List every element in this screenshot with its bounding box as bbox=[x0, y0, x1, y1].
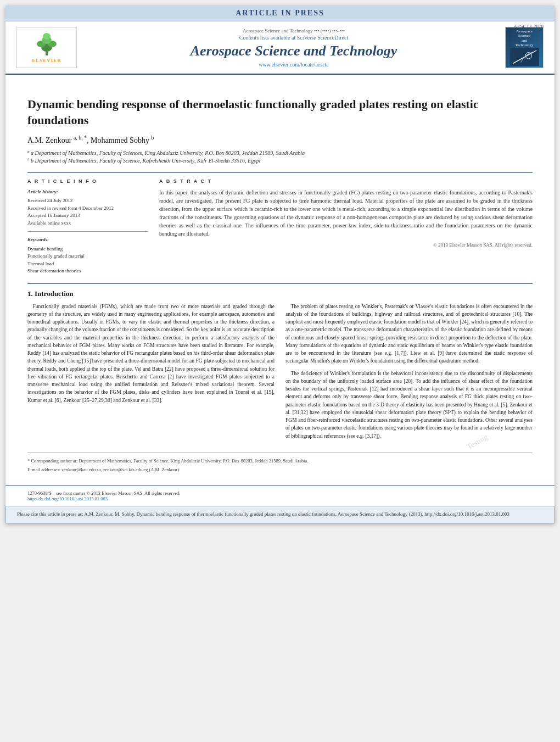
email-addresses: zenkour@kau.edu.sa, zenkour@sci.kfs.edu.… bbox=[61, 467, 180, 472]
keyword-4: Shear deformation theories bbox=[27, 267, 148, 275]
abstract-col: A B S T R A C T In this paper, the analy… bbox=[159, 178, 533, 275]
aip-banner-text: ARTICLE IN PRESS bbox=[236, 9, 324, 17]
journal-url: www.elsevier.com/locate/aescte bbox=[82, 62, 505, 68]
left-para-1: Functionally graded materials (FGMs), wh… bbox=[27, 303, 275, 404]
svg-point-5 bbox=[43, 33, 51, 40]
email-label: E-mail addresses: bbox=[27, 467, 60, 472]
journal-url-link[interactable]: www.elsevier.com/locate/aescte bbox=[259, 62, 329, 68]
article-info-heading: A R T I C L E I N F O bbox=[27, 178, 148, 184]
section-divider bbox=[27, 283, 533, 284]
ast-logo-text: Aerospace Science and Technology bbox=[516, 29, 534, 48]
affil-a: a a Department of Mathematics, Faculty o… bbox=[27, 149, 533, 156]
body-columns: Functionally graded materials (FGMs), wh… bbox=[27, 303, 533, 444]
author-names: A.M. Zenkour a, b, *, Mohammed Sobhy b bbox=[27, 136, 154, 144]
received-date: Received 24 July 2012 bbox=[27, 197, 148, 205]
journal-citation: Aerospace Science and Technology ••• (••… bbox=[82, 28, 505, 34]
abstract-heading: A B S T R A C T bbox=[159, 178, 533, 184]
aip-banner: ARTICLE IN PRESS bbox=[5, 5, 555, 21]
doi-link[interactable]: http://dx.doi.org/10.1016/j.ast.2013.01.… bbox=[27, 496, 108, 501]
article-title: Dynamic bending response of thermoelasti… bbox=[27, 97, 533, 128]
revised-date: Received in revised form 4 December 2012 bbox=[27, 205, 148, 213]
body-left-col: Functionally graded materials (FGMs), wh… bbox=[27, 303, 275, 444]
doi-line: http://dx.doi.org/10.1016/j.ast.2013.01.… bbox=[27, 496, 533, 501]
bottom-bar: 1270-9638/$ – see front matter © 2013 El… bbox=[5, 486, 555, 506]
footnote-corresponding: * Corresponding author at: Department of… bbox=[27, 458, 533, 465]
issn-line: 1270-9638/$ – see front matter © 2013 El… bbox=[27, 490, 533, 496]
keyword-2: Functionally graded material bbox=[27, 253, 148, 260]
affil-b: b b Department of Mathematics, Faculty o… bbox=[27, 157, 533, 164]
section1-title: 1. Introduction bbox=[27, 289, 533, 298]
authors-line: A.M. Zenkour a, b, *, Mohammed Sobhy b bbox=[27, 135, 533, 145]
journal-name: Aerospace Science and Technology bbox=[82, 43, 505, 59]
notice-bar: Please cite this article in press as: A.… bbox=[5, 506, 555, 523]
online-date: Available online xxxx bbox=[27, 220, 148, 227]
keyword-1: Dynamic bending bbox=[27, 246, 148, 253]
article-info-content: Article history: Received 24 July 2012 R… bbox=[27, 188, 148, 275]
article-info-abstract: A R T I C L E I N F O Article history: R… bbox=[27, 172, 533, 275]
right-para-1: The problem of plates resting on Winkler… bbox=[285, 303, 533, 365]
aescte-id: AESCTE:2878 bbox=[513, 24, 544, 29]
footnotes: * Corresponding author at: Department of… bbox=[27, 453, 533, 473]
main-content: Dynamic bending response of thermoelasti… bbox=[5, 75, 555, 486]
abstract-text: In this paper, the analyses of dynamic d… bbox=[159, 188, 533, 238]
article-history-heading: Article history: bbox=[27, 188, 148, 196]
sciverse-link: Contents lists available at SciVerse Sci… bbox=[82, 35, 505, 41]
journal-header: AESCTE:2878 ELSEVIER Aerospace Science bbox=[5, 21, 555, 75]
journal-title-area: Aerospace Science and Technology ••• (••… bbox=[82, 28, 505, 68]
affiliations: a a Department of Mathematics, Faculty o… bbox=[27, 149, 533, 164]
footnote-emails: E-mail addresses: zenkour@kau.edu.sa, ze… bbox=[27, 466, 533, 473]
body-right-col: The problem of plates resting on Winkler… bbox=[285, 303, 533, 444]
ast-logo: Aerospace Science and Technology bbox=[505, 27, 544, 68]
accepted-date: Accepted 16 January 2013 bbox=[27, 212, 148, 220]
elsevier-logo: ELSEVIER bbox=[16, 27, 82, 68]
page: ARTICLE IN PRESS AESCTE:2878 ELSEVIER bbox=[5, 5, 555, 523]
copyright-line: © 2013 Elsevier Masson SAS. All rights r… bbox=[159, 242, 533, 248]
keywords-heading: Keywords: bbox=[27, 236, 148, 244]
notice-text: Please cite this article in press as: A.… bbox=[17, 511, 509, 517]
svg-rect-0 bbox=[46, 51, 48, 55]
right-para-2: The deficiency of Winkler's formulation … bbox=[285, 370, 533, 440]
article-info-col: A R T I C L E I N F O Article history: R… bbox=[27, 178, 148, 275]
keyword-3: Thermal load bbox=[27, 260, 148, 268]
